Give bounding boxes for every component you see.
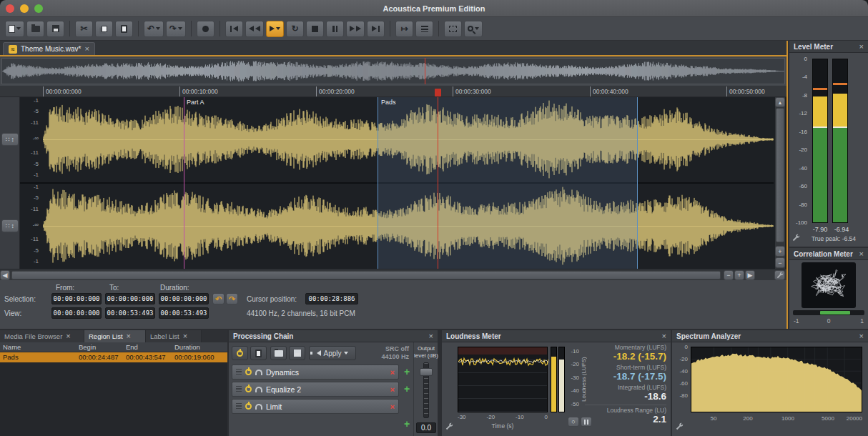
scrub-button[interactable]: ↦ (395, 21, 413, 37)
copy-button[interactable] (95, 21, 113, 37)
drag-handle-icon[interactable] (236, 386, 242, 392)
drag-handle-icon[interactable] (236, 369, 242, 375)
vertical-scroll-thumb[interactable] (776, 108, 784, 242)
horizontal-scroll-thumb[interactable] (11, 271, 721, 279)
close-panel-icon[interactable]: × (662, 332, 666, 340)
vertical-zoom-out-button[interactable]: − (775, 257, 785, 268)
tab-label-list[interactable]: Label List× (146, 330, 202, 342)
horizontal-zoom-out-button[interactable]: − (724, 270, 734, 280)
paste-button[interactable] (115, 21, 133, 37)
view-duration-field[interactable]: 00:00:53:493 (159, 307, 209, 319)
chain-copy-button[interactable] (250, 346, 267, 360)
level-meter-settings-icon[interactable] (792, 234, 800, 242)
marker-line-part-a[interactable] (184, 97, 184, 269)
close-tab-icon[interactable]: × (84, 45, 89, 53)
channel1-controls[interactable]: ∷↕ (1, 133, 19, 146)
rewind-button[interactable] (245, 21, 264, 37)
waveform-area[interactable]: ∷↕ ∷↕ -1 -5 -11 -∞ -11 -5 -1 (0, 97, 786, 269)
zoom-tool-button[interactable] (464, 21, 483, 37)
drag-handle-icon[interactable] (236, 403, 242, 410)
wave-region[interactable]: -1 -5 -11 -∞ -11 -5 -1 -1 -5 -11 -∞ -11 … (20, 97, 774, 269)
column-header-duration[interactable]: Duration (174, 343, 200, 351)
scroll-left-button[interactable]: ◀ (0, 270, 10, 280)
chain-item-limit[interactable]: Limit × (232, 399, 399, 414)
new-file-button[interactable] (5, 21, 24, 37)
add-effect-icon[interactable]: + (402, 383, 412, 395)
open-file-button[interactable] (26, 21, 44, 37)
output-level-value[interactable]: 0.0 (416, 422, 436, 433)
record-button[interactable] (197, 21, 214, 37)
column-header-begin[interactable]: Begin (79, 343, 96, 351)
column-header-end[interactable]: End (126, 343, 138, 351)
apply-button[interactable]: Apply (309, 346, 356, 360)
headphones-icon[interactable] (255, 387, 262, 392)
document-tab[interactable]: ≈ Theme Music.wav* × (3, 42, 95, 55)
stop-button[interactable] (306, 21, 324, 37)
selection-region[interactable]: Pads (378, 97, 638, 269)
go-to-end-button[interactable] (367, 21, 385, 37)
close-panel-icon[interactable]: × (859, 43, 864, 51)
cut-button[interactable]: ✂ (75, 21, 93, 37)
go-to-start-button[interactable] (225, 21, 243, 37)
close-tab-icon[interactable]: × (183, 332, 187, 340)
view-to-field[interactable]: 00:00:53:493 (105, 307, 155, 319)
chain-open-button[interactable] (270, 346, 287, 360)
add-effect-icon[interactable]: + (402, 418, 412, 430)
selection-tool-button[interactable] (444, 21, 462, 37)
selection-to-field[interactable]: 00:00:00:000 (105, 293, 155, 304)
chain-item-dynamics[interactable]: Dynamics × (232, 365, 399, 380)
region-list-row[interactable]: Pads 00:00:24:487 00:00:43:547 00:00:19:… (0, 352, 227, 362)
play-button[interactable] (266, 21, 284, 37)
redo-button[interactable]: ↷ (166, 21, 186, 37)
output-level-slider-thumb[interactable] (420, 368, 433, 376)
save-button[interactable] (46, 21, 64, 37)
tab-media-file-browser[interactable]: Media File Browser× (0, 330, 84, 342)
headphones-icon[interactable] (255, 370, 262, 375)
chain-enable-button[interactable] (232, 346, 248, 360)
chain-save-button[interactable] (289, 346, 305, 360)
close-panel-icon[interactable]: × (429, 332, 433, 340)
spectrum-settings-icon[interactable] (676, 422, 684, 430)
selection-redo-button[interactable]: ↷ (226, 293, 238, 304)
view-from-field[interactable]: 00:00:00:000 (51, 307, 102, 319)
playhead-marker-handle[interactable] (435, 89, 441, 96)
pause-button[interactable] (326, 21, 344, 37)
playlist-button[interactable] (415, 21, 433, 37)
scroll-right-button[interactable]: ▶ (745, 270, 755, 280)
loudness-settings-icon[interactable] (445, 422, 453, 430)
headphones-icon[interactable] (255, 404, 262, 410)
horizontal-zoom-in-button[interactable]: + (734, 270, 744, 280)
timeline-ruler[interactable]: 00:00:00:000 00:00:10:000 00:00:20:000 0… (0, 86, 786, 97)
power-icon[interactable] (245, 386, 252, 392)
remove-effect-icon[interactable]: × (390, 385, 395, 394)
vertical-zoom-in-button[interactable]: + (775, 246, 785, 257)
remove-effect-icon[interactable]: × (390, 368, 395, 377)
horizontal-scrollbar[interactable]: ◀ − + ▶ (0, 269, 786, 280)
overview-strip[interactable] (0, 56, 786, 86)
vertical-scrollbar[interactable]: ▲ + − (775, 97, 785, 269)
loudness-reset-button[interactable]: ○ (568, 417, 579, 427)
close-panel-icon[interactable]: × (859, 250, 864, 258)
column-header-name[interactable]: Name (3, 343, 21, 351)
close-panel-icon[interactable]: × (859, 332, 864, 340)
close-tab-icon[interactable]: × (127, 332, 131, 340)
tab-region-list[interactable]: Region List× (84, 330, 146, 342)
cursor-position-field[interactable]: 00:00:28:886 (305, 293, 358, 304)
power-icon[interactable] (245, 369, 252, 375)
chain-item-equalize[interactable]: Equalize 2 × (232, 382, 399, 397)
close-tab-icon[interactable]: × (66, 332, 70, 340)
add-effect-icon[interactable]: + (402, 366, 412, 377)
channel2-controls[interactable]: ∷↕ (1, 219, 19, 232)
overview-waveform[interactable] (1, 58, 785, 84)
view-settings-button[interactable] (774, 270, 785, 280)
selection-from-field[interactable]: 00:00:00:000 (51, 293, 102, 304)
selection-duration-field[interactable]: 00:00:00:000 (159, 293, 209, 304)
remove-effect-icon[interactable]: × (390, 402, 395, 411)
power-icon[interactable] (245, 403, 252, 410)
fast-forward-button[interactable] (346, 21, 365, 37)
true-peak-value: True peak: -6.54 (799, 235, 868, 242)
undo-button[interactable]: ↶ (144, 21, 164, 37)
scroll-up-button[interactable]: ▲ (775, 97, 785, 107)
loop-button[interactable]: ↻ (286, 21, 304, 37)
selection-undo-button[interactable]: ↶ (212, 293, 225, 304)
